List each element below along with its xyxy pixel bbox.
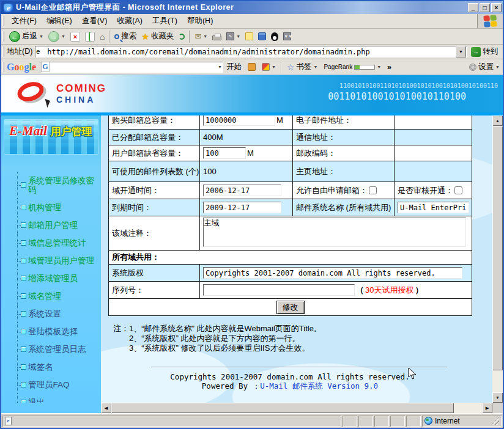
site-banner: 1100101010011010101001010100101010010100… [1, 75, 503, 116]
go-arrow-icon: → [471, 47, 481, 57]
back-button[interactable]: ← 后退 ▼ [7, 31, 46, 43]
notes-button[interactable] [243, 32, 256, 41]
address-dropdown-button[interactable]: ▼ [456, 46, 466, 57]
settings-dropdown-icon[interactable]: ▼ [495, 65, 500, 69]
menu-view[interactable]: 查看(V) [77, 15, 113, 28]
sidebar-item-add-domain-admin[interactable]: 增添域管理员 [1, 270, 101, 287]
horizontal-scroll-thumb[interactable] [111, 403, 454, 413]
extras-dropdown-icon[interactable]: ▼ [272, 65, 276, 69]
resize-grip[interactable] [491, 417, 499, 425]
sidebar-item-domain-admin-users[interactable]: 域管理员用户管理 [1, 252, 101, 270]
history-icon [179, 34, 185, 40]
google-search-dropdown-icon[interactable]: ▼ [218, 65, 222, 69]
menu-tools[interactable]: 工具(T) [147, 15, 182, 28]
bookmarks-label: 书签 [297, 62, 312, 72]
sidebar-item-login-template[interactable]: 登陆模板选择 [1, 323, 101, 340]
sidebar-item-change-password[interactable]: 系统管理员修改密码 [1, 172, 101, 199]
domain-comment-textarea[interactable]: 主域 [203, 218, 466, 247]
forward-button[interactable]: → ▼ [46, 31, 68, 43]
powered-by-link[interactable]: U-Mail 邮件系统 Version 9.0 [260, 381, 378, 391]
vertical-scroll-track[interactable] [492, 370, 503, 392]
back-label: 后退 [22, 31, 37, 42]
vertical-scroll-thumb[interactable] [492, 126, 503, 370]
toolbar-grip[interactable] [2, 31, 4, 42]
menu-file[interactable]: 文件(F) [7, 15, 42, 28]
expiry-date-input[interactable] [203, 202, 281, 213]
edit-button[interactable]: ✎ ▼ [224, 32, 243, 41]
maximize-button[interactable]: □ [480, 3, 490, 12]
address-label: 地址(D) [7, 46, 32, 57]
sidebar-item-domain-name-manage[interactable]: 域名管理 [1, 287, 101, 305]
pagerank-indicator[interactable]: PageRank ▼ [321, 64, 384, 70]
google-bookmarks-button[interactable]: ☆ 书签 ▼ [284, 62, 321, 72]
menu-help[interactable]: 帮助(H) [182, 15, 218, 28]
menu-edit[interactable]: 编辑(E) [42, 15, 77, 28]
sidebar-item-mailbox-users[interactable]: 邮箱用户管理 [1, 216, 101, 234]
scroll-left-button[interactable]: ◀ [101, 403, 111, 413]
sidebar-item-admin-faq[interactable]: 管理员FAQ [1, 376, 101, 394]
mail-system-name-input[interactable] [398, 202, 469, 213]
back-dropdown-icon[interactable]: ▼ [39, 34, 43, 38]
bookmarks-dropdown-icon[interactable]: ▼ [314, 65, 318, 69]
sidebar-item-domain-info-stats[interactable]: 域信息管理统计 [1, 234, 101, 252]
scroll-right-button[interactable]: ▶ [482, 403, 492, 413]
refresh-button[interactable] [83, 31, 97, 42]
menu-favorites[interactable]: 收藏(A) [112, 15, 147, 28]
toolbar-grip[interactable] [2, 46, 4, 56]
google-start-button[interactable]: 开始 [223, 62, 245, 72]
forward-dropdown-icon[interactable]: ▼ [61, 34, 65, 38]
horizontal-scrollbar[interactable]: ◀ ▶ [101, 403, 492, 413]
domain-open-date-input[interactable] [203, 185, 281, 196]
stop-button[interactable]: × [68, 31, 83, 42]
square-bullet-icon [21, 276, 26, 281]
print-icon [212, 35, 221, 40]
field-label: 电子邮件地址： [293, 116, 395, 130]
google-notebook-button[interactable] [245, 63, 259, 71]
scroll-up-button[interactable]: ▲ [492, 116, 503, 126]
sidebar-item-label: 机构管理 [28, 203, 61, 212]
windows-logo-icon [477, 14, 503, 28]
edit-dropdown-icon[interactable]: ▼ [236, 34, 240, 38]
sidebar-item-label: 域签名 [28, 362, 53, 372]
favorites-button[interactable]: ★ 收藏夹 [139, 31, 176, 42]
search-button[interactable]: 搜索 [112, 31, 139, 42]
scroll-down-button[interactable]: ▼ [492, 392, 503, 403]
close-button[interactable]: × [491, 3, 502, 12]
modify-button[interactable]: 修改 [276, 301, 305, 314]
download-manager-button[interactable]: ▼▼ [281, 32, 294, 41]
google-more-button[interactable]: » [384, 63, 395, 72]
toolbar-grip[interactable] [2, 16, 4, 26]
mail-dropdown-icon[interactable]: ▼ [203, 34, 207, 38]
toolbar-grip[interactable] [2, 62, 4, 73]
field-label: 主页地址： [293, 161, 395, 182]
home-button[interactable]: ⌂ [97, 31, 107, 42]
mail-button[interactable]: ✉ ▼ [192, 31, 210, 42]
sidebar-item-logout[interactable]: 退出 [1, 394, 101, 403]
approval-required-checkbox[interactable] [454, 186, 462, 194]
google-extras-button[interactable]: ▼ [259, 63, 279, 71]
history-button[interactable] [176, 33, 187, 40]
print-button[interactable] [210, 32, 224, 41]
purchased-capacity-input[interactable] [203, 116, 275, 126]
research-button[interactable] [256, 32, 269, 41]
allow-free-signup-checkbox[interactable] [369, 186, 377, 194]
vertical-scrollbar[interactable]: ▲ ▼ [492, 116, 503, 403]
go-button[interactable]: → 转到 [467, 45, 502, 59]
pagerank-dropdown-icon[interactable]: ▼ [377, 65, 381, 69]
sidebar-item-admin-log[interactable]: 系统管理员日志 [1, 340, 101, 358]
sidebar-item-system-settings[interactable]: 系统设置 [1, 305, 101, 323]
serial-number-input[interactable] [203, 284, 355, 296]
square-bullet-icon [21, 329, 26, 334]
minimize-button[interactable]: _ [468, 3, 478, 12]
address-bar: 地址(D) e http://mail.domain.com/coremail/… [1, 45, 503, 59]
address-input[interactable]: e http://mail.domain.com/coremail/domain… [35, 46, 467, 57]
horizontal-scroll-track[interactable] [454, 403, 482, 413]
home-icon: ⌂ [100, 32, 105, 42]
google-settings-button[interactable]: 设置 ▼ [466, 62, 503, 72]
system-copyright-input[interactable] [203, 267, 462, 279]
sidebar-item-org-manage[interactable]: 机构管理 [1, 199, 101, 216]
sidebar-item-domain-signature[interactable]: 域签名 [1, 358, 101, 376]
qq-button[interactable] [269, 32, 281, 42]
google-search-input[interactable]: G ▼ [40, 62, 223, 73]
default-capacity-input[interactable] [203, 147, 246, 159]
